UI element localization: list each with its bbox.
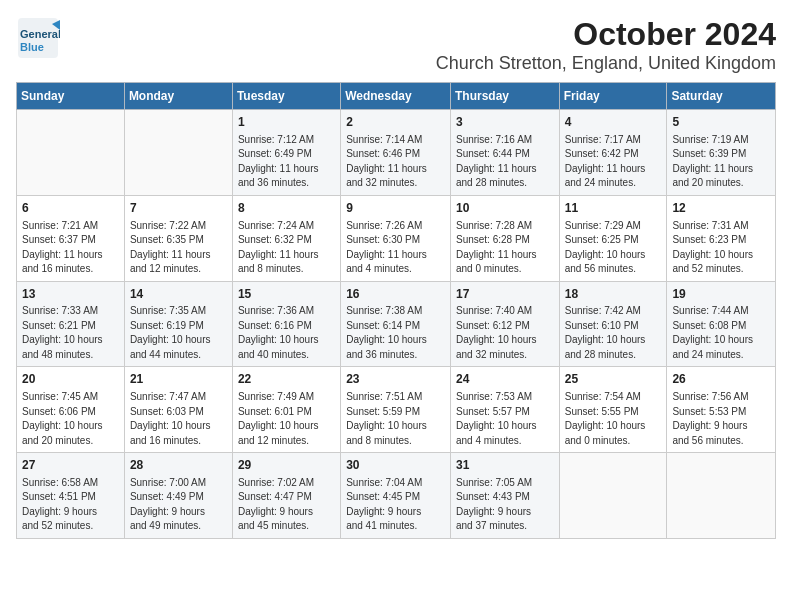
cell-content: Sunrise: 7:17 AM Sunset: 6:42 PM Dayligh… <box>565 133 662 191</box>
calendar-cell: 2Sunrise: 7:14 AM Sunset: 6:46 PM Daylig… <box>341 110 451 196</box>
day-number: 17 <box>456 286 554 303</box>
week-row-2: 6Sunrise: 7:21 AM Sunset: 6:37 PM Daylig… <box>17 195 776 281</box>
calendar-cell: 27Sunrise: 6:58 AM Sunset: 4:51 PM Dayli… <box>17 453 125 539</box>
cell-content: Sunrise: 7:53 AM Sunset: 5:57 PM Dayligh… <box>456 390 554 448</box>
header-cell-thursday: Thursday <box>450 83 559 110</box>
cell-content: Sunrise: 7:02 AM Sunset: 4:47 PM Dayligh… <box>238 476 335 534</box>
svg-text:Blue: Blue <box>20 41 44 53</box>
calendar-cell: 11Sunrise: 7:29 AM Sunset: 6:25 PM Dayli… <box>559 195 667 281</box>
day-number: 8 <box>238 200 335 217</box>
cell-content: Sunrise: 7:16 AM Sunset: 6:44 PM Dayligh… <box>456 133 554 191</box>
cell-content: Sunrise: 7:38 AM Sunset: 6:14 PM Dayligh… <box>346 304 445 362</box>
day-number: 15 <box>238 286 335 303</box>
day-number: 9 <box>346 200 445 217</box>
calendar-cell: 10Sunrise: 7:28 AM Sunset: 6:28 PM Dayli… <box>450 195 559 281</box>
logo-icon: General Blue <box>16 16 60 60</box>
cell-content: Sunrise: 7:22 AM Sunset: 6:35 PM Dayligh… <box>130 219 227 277</box>
calendar-cell: 20Sunrise: 7:45 AM Sunset: 6:06 PM Dayli… <box>17 367 125 453</box>
cell-content: Sunrise: 7:51 AM Sunset: 5:59 PM Dayligh… <box>346 390 445 448</box>
header-cell-wednesday: Wednesday <box>341 83 451 110</box>
calendar-cell: 22Sunrise: 7:49 AM Sunset: 6:01 PM Dayli… <box>232 367 340 453</box>
calendar-cell: 18Sunrise: 7:42 AM Sunset: 6:10 PM Dayli… <box>559 281 667 367</box>
calendar-cell <box>17 110 125 196</box>
day-number: 1 <box>238 114 335 131</box>
day-number: 20 <box>22 371 119 388</box>
day-number: 24 <box>456 371 554 388</box>
cell-content: Sunrise: 7:36 AM Sunset: 6:16 PM Dayligh… <box>238 304 335 362</box>
location-title: Church Stretton, England, United Kingdom <box>436 53 776 74</box>
day-number: 23 <box>346 371 445 388</box>
cell-content: Sunrise: 7:40 AM Sunset: 6:12 PM Dayligh… <box>456 304 554 362</box>
cell-content: Sunrise: 7:28 AM Sunset: 6:28 PM Dayligh… <box>456 219 554 277</box>
calendar-cell: 28Sunrise: 7:00 AM Sunset: 4:49 PM Dayli… <box>124 453 232 539</box>
cell-content: Sunrise: 7:12 AM Sunset: 6:49 PM Dayligh… <box>238 133 335 191</box>
cell-content: Sunrise: 7:44 AM Sunset: 6:08 PM Dayligh… <box>672 304 770 362</box>
day-number: 4 <box>565 114 662 131</box>
header-cell-tuesday: Tuesday <box>232 83 340 110</box>
cell-content: Sunrise: 7:35 AM Sunset: 6:19 PM Dayligh… <box>130 304 227 362</box>
day-number: 14 <box>130 286 227 303</box>
cell-content: Sunrise: 7:29 AM Sunset: 6:25 PM Dayligh… <box>565 219 662 277</box>
calendar-cell: 31Sunrise: 7:05 AM Sunset: 4:43 PM Dayli… <box>450 453 559 539</box>
cell-content: Sunrise: 7:05 AM Sunset: 4:43 PM Dayligh… <box>456 476 554 534</box>
calendar-cell <box>667 453 776 539</box>
calendar-cell: 5Sunrise: 7:19 AM Sunset: 6:39 PM Daylig… <box>667 110 776 196</box>
calendar-table: SundayMondayTuesdayWednesdayThursdayFrid… <box>16 82 776 539</box>
calendar-cell: 29Sunrise: 7:02 AM Sunset: 4:47 PM Dayli… <box>232 453 340 539</box>
day-number: 7 <box>130 200 227 217</box>
cell-content: Sunrise: 7:31 AM Sunset: 6:23 PM Dayligh… <box>672 219 770 277</box>
cell-content: Sunrise: 7:33 AM Sunset: 6:21 PM Dayligh… <box>22 304 119 362</box>
cell-content: Sunrise: 7:21 AM Sunset: 6:37 PM Dayligh… <box>22 219 119 277</box>
day-number: 21 <box>130 371 227 388</box>
cell-content: Sunrise: 7:24 AM Sunset: 6:32 PM Dayligh… <box>238 219 335 277</box>
calendar-cell: 14Sunrise: 7:35 AM Sunset: 6:19 PM Dayli… <box>124 281 232 367</box>
calendar-cell: 3Sunrise: 7:16 AM Sunset: 6:44 PM Daylig… <box>450 110 559 196</box>
calendar-cell <box>124 110 232 196</box>
calendar-cell: 12Sunrise: 7:31 AM Sunset: 6:23 PM Dayli… <box>667 195 776 281</box>
day-number: 13 <box>22 286 119 303</box>
day-number: 5 <box>672 114 770 131</box>
day-number: 16 <box>346 286 445 303</box>
month-title: October 2024 <box>436 16 776 53</box>
calendar-cell: 4Sunrise: 7:17 AM Sunset: 6:42 PM Daylig… <box>559 110 667 196</box>
calendar-cell: 23Sunrise: 7:51 AM Sunset: 5:59 PM Dayli… <box>341 367 451 453</box>
day-number: 19 <box>672 286 770 303</box>
cell-content: Sunrise: 7:26 AM Sunset: 6:30 PM Dayligh… <box>346 219 445 277</box>
day-number: 2 <box>346 114 445 131</box>
cell-content: Sunrise: 7:45 AM Sunset: 6:06 PM Dayligh… <box>22 390 119 448</box>
calendar-cell: 25Sunrise: 7:54 AM Sunset: 5:55 PM Dayli… <box>559 367 667 453</box>
header-cell-monday: Monday <box>124 83 232 110</box>
cell-content: Sunrise: 7:42 AM Sunset: 6:10 PM Dayligh… <box>565 304 662 362</box>
week-row-4: 20Sunrise: 7:45 AM Sunset: 6:06 PM Dayli… <box>17 367 776 453</box>
calendar-cell: 6Sunrise: 7:21 AM Sunset: 6:37 PM Daylig… <box>17 195 125 281</box>
calendar-cell: 1Sunrise: 7:12 AM Sunset: 6:49 PM Daylig… <box>232 110 340 196</box>
header: General Blue October 2024 Church Stretto… <box>16 16 776 74</box>
header-row: SundayMondayTuesdayWednesdayThursdayFrid… <box>17 83 776 110</box>
week-row-3: 13Sunrise: 7:33 AM Sunset: 6:21 PM Dayli… <box>17 281 776 367</box>
header-cell-saturday: Saturday <box>667 83 776 110</box>
day-number: 26 <box>672 371 770 388</box>
day-number: 18 <box>565 286 662 303</box>
day-number: 11 <box>565 200 662 217</box>
day-number: 22 <box>238 371 335 388</box>
calendar-cell: 17Sunrise: 7:40 AM Sunset: 6:12 PM Dayli… <box>450 281 559 367</box>
calendar-cell: 9Sunrise: 7:26 AM Sunset: 6:30 PM Daylig… <box>341 195 451 281</box>
day-number: 30 <box>346 457 445 474</box>
calendar-cell: 21Sunrise: 7:47 AM Sunset: 6:03 PM Dayli… <box>124 367 232 453</box>
calendar-body: 1Sunrise: 7:12 AM Sunset: 6:49 PM Daylig… <box>17 110 776 539</box>
calendar-cell: 30Sunrise: 7:04 AM Sunset: 4:45 PM Dayli… <box>341 453 451 539</box>
calendar-cell <box>559 453 667 539</box>
calendar-cell: 7Sunrise: 7:22 AM Sunset: 6:35 PM Daylig… <box>124 195 232 281</box>
cell-content: Sunrise: 6:58 AM Sunset: 4:51 PM Dayligh… <box>22 476 119 534</box>
week-row-1: 1Sunrise: 7:12 AM Sunset: 6:49 PM Daylig… <box>17 110 776 196</box>
week-row-5: 27Sunrise: 6:58 AM Sunset: 4:51 PM Dayli… <box>17 453 776 539</box>
day-number: 6 <box>22 200 119 217</box>
calendar-cell: 8Sunrise: 7:24 AM Sunset: 6:32 PM Daylig… <box>232 195 340 281</box>
titles-right: October 2024 Church Stretton, England, U… <box>436 16 776 74</box>
calendar-header: SundayMondayTuesdayWednesdayThursdayFrid… <box>17 83 776 110</box>
cell-content: Sunrise: 7:04 AM Sunset: 4:45 PM Dayligh… <box>346 476 445 534</box>
calendar-cell: 19Sunrise: 7:44 AM Sunset: 6:08 PM Dayli… <box>667 281 776 367</box>
cell-content: Sunrise: 7:54 AM Sunset: 5:55 PM Dayligh… <box>565 390 662 448</box>
cell-content: Sunrise: 7:14 AM Sunset: 6:46 PM Dayligh… <box>346 133 445 191</box>
day-number: 25 <box>565 371 662 388</box>
